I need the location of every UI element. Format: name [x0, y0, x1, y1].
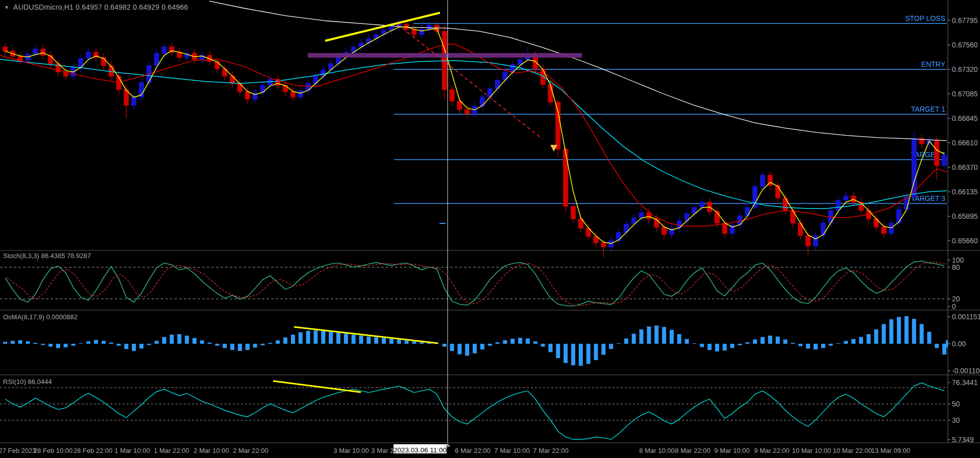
osma-bar: [465, 344, 469, 356]
candle-body: [601, 243, 606, 247]
osma-bar: [238, 344, 242, 351]
stochastic-pane: Stoch(8,3,3) 86.4385 78.9287: [0, 252, 947, 306]
candle-body: [465, 110, 470, 114]
osma-bar: [374, 337, 378, 344]
candle-body: [806, 236, 811, 246]
osma-bar: [745, 342, 749, 344]
osma-bar: [366, 337, 371, 344]
time-axis[interactable]: 27 Feb 202328 Feb 10:0028 Feb 22:001 Mar…: [0, 444, 910, 454]
osma-bar: [33, 343, 37, 344]
symbol-ohlc-label: AUDUSDmicro,H1 0.64957 0.64982 0.64929 0…: [13, 3, 188, 11]
candle-body: [457, 101, 462, 109]
osma-bar: [192, 338, 197, 344]
osma-bar: [306, 331, 310, 344]
osma-bar: [791, 343, 795, 344]
candle-body: [821, 223, 825, 236]
osma-bar: [632, 334, 636, 344]
osma-bar: [881, 324, 886, 344]
osma-bar: [283, 338, 287, 344]
osma-bar: [806, 344, 810, 348]
osma-bar: [344, 334, 348, 344]
price-scale-label: 0.66370: [952, 163, 978, 171]
candle-body: [162, 47, 166, 53]
osma-bar: [443, 344, 447, 347]
candle-body: [480, 97, 484, 106]
osma-bar: [662, 327, 666, 344]
osma-bar: [715, 344, 719, 351]
osma-label: OsMA(8,17,9) 0.0000882: [3, 313, 78, 321]
candle-body: [548, 85, 553, 103]
osma-scale-label: 0.0011516: [952, 313, 980, 321]
osma-bar: [11, 341, 15, 344]
osma-bar: [768, 336, 772, 344]
osma-bar: [677, 334, 681, 344]
trade-line-label[interactable]: STOP LOSS: [905, 14, 945, 22]
candle-body: [783, 198, 788, 211]
candle-body: [109, 66, 113, 76]
osma-bar: [223, 344, 227, 348]
candle-body: [897, 210, 901, 223]
candle-body: [662, 227, 667, 234]
time-axis-label: 2 Mar 10:00: [193, 447, 229, 454]
osma-current-marker: [946, 340, 948, 347]
rsi-scale-label: 30: [952, 416, 960, 424]
candle-body: [753, 187, 757, 208]
yellow-trendline-rsi[interactable]: [273, 381, 361, 392]
osma-bar: [41, 344, 45, 345]
time-axis-label: 7 Mar 22:00: [533, 447, 568, 454]
yellow-trendline-main[interactable]: [325, 13, 440, 41]
time-axis-label: 7 Mar 10:00: [494, 447, 529, 454]
time-axis-label: 8 Mar 10:00: [639, 447, 674, 454]
candle-body: [116, 76, 121, 90]
osma-bar: [473, 344, 477, 353]
candle-body: [791, 211, 795, 223]
osma-bar: [450, 344, 454, 351]
osma-bar: [526, 339, 530, 344]
osma-bar: [670, 330, 674, 344]
osma-bar: [844, 341, 848, 344]
rsi-line: [5, 383, 944, 440]
osma-bar: [640, 329, 644, 344]
osma-bar: [851, 339, 855, 344]
osma-bar: [56, 344, 60, 348]
osma-bar: [753, 340, 757, 344]
osma-bar: [814, 344, 818, 349]
osma-bar: [299, 332, 303, 344]
time-axis-label: 10 Mar 10:00: [792, 447, 831, 454]
osma-bar: [927, 332, 931, 344]
osma-bar: [48, 344, 53, 347]
stoch-label: Stoch(8,3,3) 86.4385 78.9287: [3, 252, 91, 260]
candle-body: [18, 56, 22, 60]
osma-bar: [912, 319, 916, 344]
osma-bar: [776, 337, 780, 344]
price-scale-label: 0.66610: [952, 139, 978, 147]
ma-long-line: [209, 1, 947, 141]
time-axis-label: 9 Mar 22:00: [754, 447, 789, 454]
osma-bar: [389, 339, 394, 344]
candle-body: [617, 233, 621, 241]
trade-line-label[interactable]: TARGET 1: [911, 105, 945, 113]
ma-fast-line: [5, 27, 944, 244]
osma-bar: [162, 337, 166, 344]
trade-line-label[interactable]: ENTRY: [921, 60, 946, 68]
red-dashed-trendline[interactable]: [398, 24, 542, 139]
chart-window: ▼ AUDUSDmicro,H1 0.64957 0.64982 0.64929…: [0, 0, 980, 458]
collapse-arrow-icon[interactable]: ▼: [4, 5, 9, 10]
candle-body: [745, 208, 750, 216]
osma-bar: [935, 344, 939, 348]
osma-bar: [624, 339, 628, 344]
osma-bar: [867, 334, 871, 344]
candle-body: [154, 53, 159, 66]
candle-body: [41, 49, 45, 55]
time-axis-label: 2 Mar 22:00: [233, 447, 268, 454]
osma-bar: [897, 317, 901, 344]
osma-bar: [230, 344, 234, 350]
supply-zone-band[interactable]: [308, 53, 582, 58]
candle-body: [79, 59, 83, 68]
time-axis-label: 9 Mar 10:00: [714, 447, 749, 454]
candle-body: [859, 202, 863, 210]
candle-body: [215, 62, 219, 69]
osma-bar: [503, 340, 507, 344]
main-price-pane: STOP LOSSENTRYTARGET 1TARGET 2TARGET 3: [0, 1, 947, 257]
time-axis-label: 10 Mar 22:00: [833, 447, 872, 454]
